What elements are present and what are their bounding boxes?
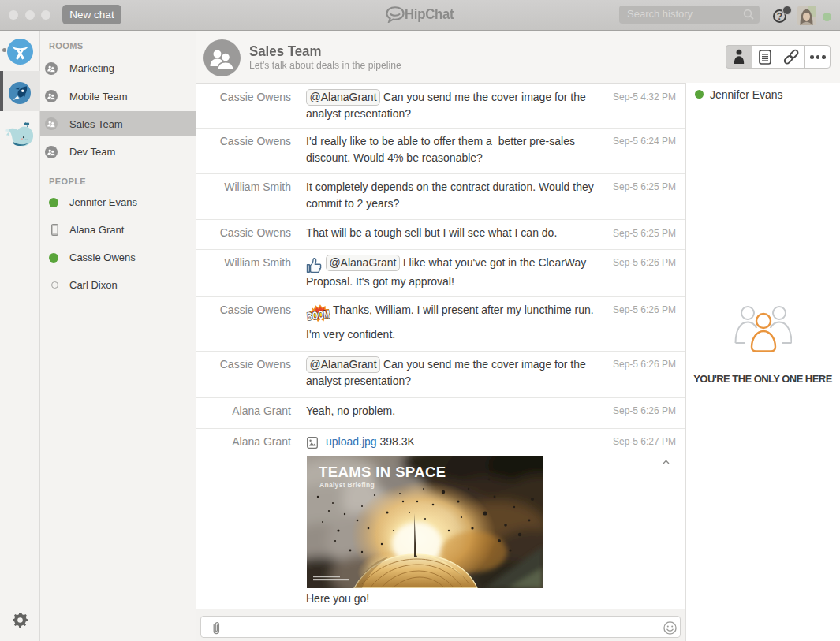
svg-text:BOOM: BOOM	[306, 307, 330, 321]
svg-text:Analyst Briefing: Analyst Briefing	[319, 481, 375, 489]
svg-text:TEAMS IN SPACE: TEAMS IN SPACE	[319, 464, 446, 480]
